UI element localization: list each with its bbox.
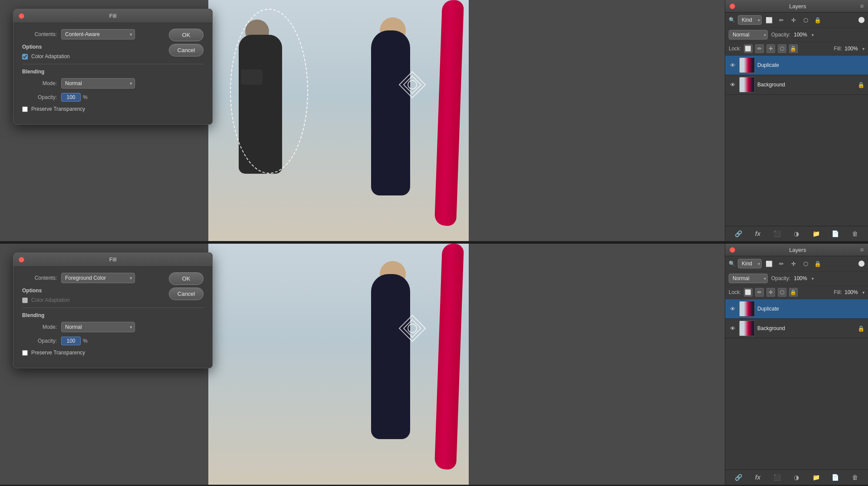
top-layers-title: Layers <box>789 3 806 10</box>
top-contents-select[interactable]: Content-Aware Foreground Color Backgroun… <box>61 29 135 40</box>
top-lock-move-btn[interactable]: ✛ <box>766 44 775 53</box>
top-new-layer-btn[interactable]: 📄 <box>831 229 840 238</box>
bottom-delete-layer-btn[interactable]: 🗑 <box>850 473 860 482</box>
top-opacity-input[interactable] <box>61 93 81 102</box>
bottom-layers-menu-icon[interactable]: ≡ <box>860 246 864 253</box>
bottom-new-layer-btn[interactable]: 📄 <box>831 473 840 482</box>
top-lock-artboard-btn[interactable]: ⬡ <box>778 44 786 53</box>
bottom-layer-duplicate-thumb <box>739 301 755 317</box>
bottom-blend-mode-select[interactable]: Normal <box>729 274 768 283</box>
top-layer-background[interactable]: 👁 Background 🔒 <box>725 75 868 95</box>
top-channel-icon[interactable]: ⬡ <box>801 15 810 25</box>
top-divider <box>22 64 204 64</box>
top-lock-draw-btn[interactable]: ✏ <box>755 44 764 53</box>
bottom-opacity-select-wrapper: 100% <box>794 275 814 281</box>
bottom-fx-btn[interactable]: fx <box>753 473 763 482</box>
bottom-pixel-icon[interactable]: ⬜ <box>764 259 774 268</box>
bottom-layer-background-lock: 🔒 <box>858 325 865 332</box>
top-dialog-body: Contents: Content-Aware Foreground Color… <box>13 23 212 124</box>
bottom-adjustment-btn[interactable]: ◑ <box>792 473 801 482</box>
top-layer-duplicate[interactable]: 👁 Duplicate <box>725 56 868 75</box>
bottom-dialog-close[interactable] <box>19 257 24 262</box>
bottom-channel-icon[interactable]: ⬡ <box>801 259 810 268</box>
top-opacity-select-wrapper: 100% <box>794 32 814 38</box>
top-blend-mode-select[interactable]: Normal <box>729 30 768 40</box>
top-mask-btn[interactable]: ⬛ <box>773 229 782 238</box>
bottom-mask-btn[interactable]: ⬛ <box>773 473 782 482</box>
top-btn-group: OK Cancel <box>169 29 204 56</box>
top-layer-dot <box>858 17 865 23</box>
top-link-layers-btn[interactable]: 🔗 <box>733 229 743 238</box>
top-color-adaptation-checkbox[interactable] <box>22 54 28 60</box>
top-layers-close[interactable] <box>730 3 735 9</box>
top-layers-menu-icon[interactable]: ≡ <box>860 3 864 10</box>
top-kind-select[interactable]: Kind <box>738 15 762 25</box>
bottom-divider <box>22 307 204 308</box>
bottom-brush-icon[interactable]: ✏ <box>776 259 786 268</box>
bottom-layers-title: Layers <box>789 247 806 253</box>
bottom-move-icon[interactable]: ✛ <box>789 259 798 268</box>
bottom-lock-move-btn[interactable]: ✛ <box>766 288 775 297</box>
bottom-link-layers-btn[interactable]: 🔗 <box>733 473 743 482</box>
top-layers-lock-row: Lock: ⬜ ✏ ✛ ⬡ 🔒 Fill: 100% <box>725 42 868 56</box>
top-mode-select[interactable]: Normal Dissolve Multiply <box>61 78 135 89</box>
bottom-dialog-titlebar: Fill <box>13 253 212 267</box>
bottom-layers-bottom-toolbar: 🔗 fx ⬛ ◑ 📁 📄 🗑 <box>725 469 868 485</box>
bottom-fill-select-wrapper: 100% <box>845 289 865 295</box>
bottom-lock-pixel-btn[interactable]: ⬜ <box>744 288 753 297</box>
bottom-opacity-select[interactable]: 100% <box>794 275 814 281</box>
bottom-layers-close[interactable] <box>730 247 735 253</box>
bottom-preserve-transparency-checkbox[interactable] <box>22 350 28 356</box>
top-search-icon: 🔍 <box>729 17 735 23</box>
top-layers-bottom-toolbar: 🔗 fx ⬛ ◑ 📁 📄 🗑 <box>725 226 868 241</box>
bottom-color-adaptation-checkbox[interactable] <box>22 298 28 303</box>
top-brush-icon[interactable]: ✏ <box>776 15 786 25</box>
bottom-layer-duplicate-visibility[interactable]: 👁 <box>729 306 736 312</box>
top-layer-duplicate-visibility[interactable]: 👁 <box>729 62 736 69</box>
bottom-layer-background-thumb <box>739 321 755 336</box>
logo-diamond <box>397 69 427 100</box>
top-mode-label: Mode: <box>22 80 57 86</box>
bottom-section: Fill Contents: Content-Aware Foreground … <box>0 244 868 486</box>
top-mode-row: Mode: Normal Dissolve Multiply <box>22 78 204 89</box>
bottom-opacity-row: Opacity: % <box>22 337 204 345</box>
bottom-contents-select[interactable]: Content-Aware Foreground Color Backgroun… <box>61 273 135 283</box>
bottom-layers-lock-row: Lock: ⬜ ✏ ✛ ⬡ 🔒 Fill: 100% <box>725 286 868 299</box>
top-group-btn[interactable]: 📁 <box>811 229 821 238</box>
bottom-layer-background-visibility[interactable]: 👁 <box>729 325 736 332</box>
top-ok-button[interactable]: OK <box>169 29 204 41</box>
top-fx-btn[interactable]: fx <box>753 229 763 238</box>
top-adjustment-btn[interactable]: ◑ <box>792 229 801 238</box>
bottom-layer-background[interactable]: 👁 Background 🔒 <box>725 319 868 338</box>
bottom-mode-select[interactable]: Normal Dissolve Multiply <box>61 322 135 332</box>
bottom-opacity-input[interactable] <box>61 337 81 345</box>
top-pixel-icon[interactable]: ⬜ <box>764 15 774 25</box>
bottom-group-btn[interactable]: 📁 <box>811 473 821 482</box>
top-preserve-row: Preserve Transparency <box>22 106 204 112</box>
top-lock-kind-icon[interactable]: 🔒 <box>813 15 822 25</box>
top-mode-select-wrapper: Normal Dissolve Multiply <box>61 78 135 89</box>
top-fill-select[interactable]: 100% <box>845 46 865 52</box>
top-cancel-button[interactable]: Cancel <box>169 44 204 56</box>
bottom-fill-select[interactable]: 100% <box>845 289 865 295</box>
bottom-lock-all-btn[interactable]: 🔒 <box>789 288 798 297</box>
bottom-layer-duplicate[interactable]: 👁 Duplicate <box>725 299 868 319</box>
top-preserve-transparency-checkbox[interactable] <box>22 106 28 112</box>
bottom-cancel-button[interactable]: Cancel <box>169 288 204 300</box>
bottom-lock-draw-btn[interactable]: ✏ <box>755 288 764 297</box>
bottom-lock-kind-icon[interactable]: 🔒 <box>813 259 822 268</box>
bottom-opacity-label2: Opacity: <box>771 275 790 281</box>
top-section: Fill Contents: Content-Aware Foreground … <box>0 0 868 242</box>
top-lock-all-btn[interactable]: 🔒 <box>789 44 798 53</box>
bottom-ok-button[interactable]: OK <box>169 272 204 285</box>
bottom-kind-select[interactable]: Kind <box>738 259 762 268</box>
bottom-lock-artboard-btn[interactable]: ⬡ <box>778 288 786 297</box>
bottom-layer-duplicate-name: Duplicate <box>757 306 865 312</box>
top-move-icon[interactable]: ✛ <box>789 15 798 25</box>
top-blending-label: Blending <box>22 69 204 75</box>
top-layer-background-visibility[interactable]: 👁 <box>729 82 736 88</box>
top-opacity-select[interactable]: 100% <box>794 32 814 38</box>
top-dialog-close[interactable] <box>19 13 24 19</box>
top-lock-pixel-btn[interactable]: ⬜ <box>744 44 753 53</box>
top-delete-layer-btn[interactable]: 🗑 <box>850 229 860 238</box>
